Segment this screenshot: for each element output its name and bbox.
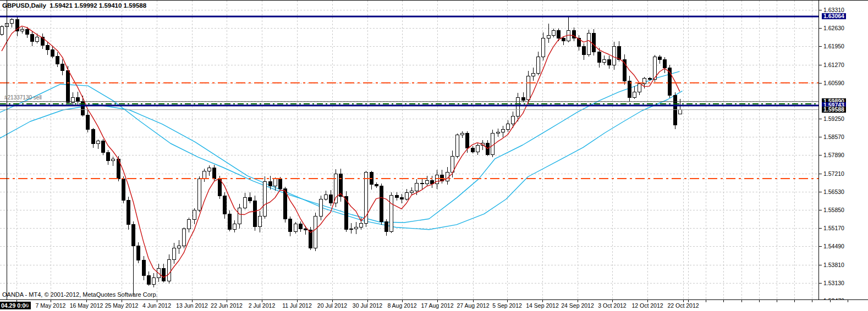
time-label: 4 Jun 2012: [142, 302, 171, 309]
price-label: 1.60590: [823, 80, 844, 86]
price-label: 1.61270: [823, 62, 844, 68]
price-tick: [819, 283, 822, 284]
candle-body-down: [329, 195, 333, 203]
candle-body-up: [314, 216, 317, 248]
candle-body-up: [633, 92, 636, 97]
candle-body-down: [279, 179, 282, 188]
candle-body-up: [10, 19, 14, 24]
time-tick: [777, 300, 777, 302]
price-tick: [819, 265, 822, 265]
time-label: 8 Aug 2012: [387, 302, 416, 309]
candle-body-down: [107, 152, 110, 161]
candle-body-down: [26, 30, 29, 35]
price-tick: [819, 155, 822, 156]
time-label-partial: 2: [25, 302, 29, 309]
price-label: 1.58570: [823, 134, 844, 140]
candle-body-down: [122, 179, 125, 200]
candle-body-down: [142, 260, 145, 275]
candle-body-up: [259, 216, 262, 227]
candle-body-up: [410, 191, 414, 192]
candle-body-up: [233, 224, 237, 230]
candle-body-up: [197, 179, 201, 210]
candle-body-down: [618, 46, 621, 59]
candle-body-up: [152, 278, 156, 285]
candle-body-up: [324, 195, 327, 199]
candle-body-down: [395, 195, 398, 197]
candle-body-down: [102, 141, 105, 153]
candle-body-down: [51, 50, 54, 57]
time-label: 24 Sep 2012: [561, 302, 594, 309]
time-tick: [830, 300, 831, 302]
candle-body-up: [178, 246, 181, 248]
price-tick: [819, 65, 822, 65]
time-label: 5 Sep 2012: [492, 302, 522, 309]
candle-body-up: [602, 60, 606, 63]
time-label: 25 May 2012: [105, 302, 139, 309]
candle-body-down: [608, 60, 611, 65]
candle-body-down: [466, 133, 469, 148]
candle-body-down: [380, 186, 383, 221]
price-tick: [819, 46, 822, 47]
price-label: 1.57890: [823, 152, 844, 158]
candle-body-up: [491, 133, 495, 154]
price-tick: [819, 137, 822, 137]
candle-body-up: [294, 224, 297, 231]
candle-body-down: [289, 219, 292, 231]
candle-body-up: [71, 97, 74, 103]
time-label: 2 Jul 2012: [249, 302, 275, 309]
price-tick: [819, 174, 822, 174]
candle-body-up: [20, 30, 24, 31]
time-tick: [812, 300, 812, 302]
time-label: 30 Jul 2012: [353, 302, 382, 309]
candle-body-down: [572, 30, 575, 38]
price-label: 1.61950: [823, 43, 844, 49]
candle-body-down: [339, 174, 343, 197]
time-label: 17 Aug 2012: [421, 302, 454, 309]
candle-body-down: [228, 214, 232, 229]
candle-body-down: [557, 30, 561, 38]
order-sell-label: #21337130 sell: [4, 95, 42, 101]
chart-plot-area[interactable]: GBPUSD,Daily 1.59421 1.59992 1.59410 1.5…: [0, 1, 819, 299]
candle-body-up: [415, 183, 419, 191]
candle-body-down: [521, 97, 525, 100]
candle-body-down: [268, 182, 272, 186]
price-label: 1.53810: [823, 262, 844, 268]
candle-body-up: [532, 73, 535, 76]
candle-body-up: [436, 175, 439, 184]
candle-body-up: [273, 179, 277, 186]
candle-body-down: [76, 97, 80, 101]
price-tick: [819, 83, 822, 84]
candle-body-up: [526, 76, 530, 100]
price-label-highlighted: 1.63064: [822, 13, 846, 19]
candle-body-up: [638, 84, 641, 92]
candle-body-down: [385, 221, 388, 231]
time-label: 14 Sep 2012: [526, 302, 559, 309]
candle-body-down: [583, 46, 586, 54]
time-label: 16 May 2012: [70, 302, 103, 309]
time-label: 27 Aug 2012: [457, 302, 490, 309]
candle-body-down: [218, 179, 221, 196]
time-tick: [759, 300, 760, 302]
candle-body-down: [46, 46, 49, 50]
price-tick: [819, 28, 822, 29]
price-tick: [819, 246, 822, 247]
candle-body-down: [61, 64, 64, 70]
time-tick: [706, 300, 706, 302]
candle-body-down: [663, 60, 667, 68]
candle-body-down: [213, 168, 216, 179]
candle-body-up: [355, 227, 358, 229]
cyan-ma-line: [0, 91, 682, 230]
candle-body-down: [137, 246, 140, 260]
broker-copyright: OANDA - MT4, © 2001-2012, MetaQuotes Sof…: [2, 291, 158, 298]
price-label: 1.56530: [823, 189, 844, 195]
candle-body-down: [400, 197, 403, 199]
candle-body-down: [304, 229, 307, 230]
candle-body-up: [461, 133, 464, 135]
time-tick: [794, 300, 795, 302]
time-tick: [17, 300, 17, 302]
candle-body-up: [547, 36, 550, 38]
time-axis[interactable]: 04.29 0:00 2 7 May 201216 May 201225 May…: [0, 299, 868, 311]
price-axis[interactable]: 1.633101.626301.619501.612701.605901.592…: [819, 1, 868, 299]
time-label: 11 Jul 2012: [282, 302, 312, 309]
price-label: 1.55170: [823, 225, 844, 231]
